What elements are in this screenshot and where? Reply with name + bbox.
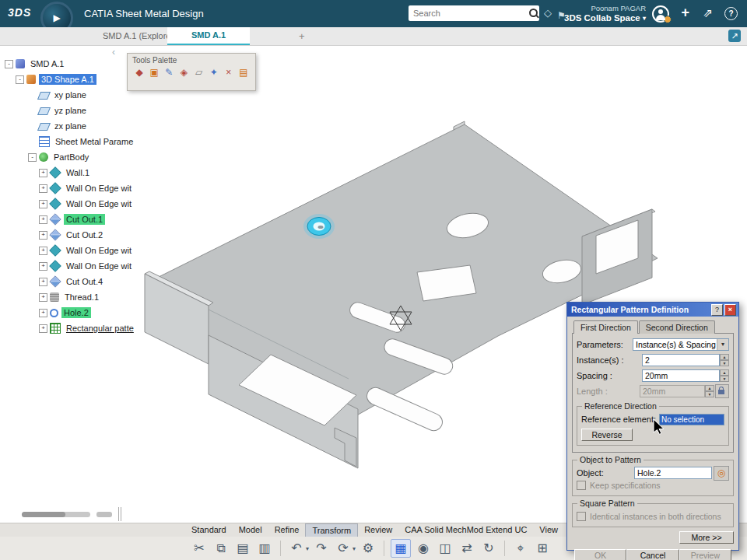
- ribbon-tab-model[interactable]: Model: [233, 523, 268, 537]
- more-button[interactable]: More >>: [679, 531, 734, 544]
- update-icon[interactable]: ⟳: [334, 539, 352, 558]
- tree-item-wall-on-edge-4[interactable]: + Wall On Edge wit: [0, 258, 126, 274]
- tree-item-zx-plane[interactable]: zx plane: [0, 118, 126, 134]
- tree-expander-icon[interactable]: +: [39, 262, 47, 271]
- tree-expander-icon[interactable]: +: [39, 231, 47, 240]
- settings-icon[interactable]: ⚙: [359, 539, 377, 558]
- ribbon-tab-standard[interactable]: Standard: [185, 523, 233, 537]
- dialog-close-button[interactable]: ×: [724, 304, 736, 316]
- tree-expander-icon[interactable]: +: [39, 184, 47, 193]
- tree-item-3d-shape[interactable]: - 3D Shape A.1: [0, 72, 126, 87]
- lock-button[interactable]: [715, 384, 729, 398]
- instances-input[interactable]: [642, 354, 720, 366]
- handle-dash[interactable]: [96, 512, 112, 517]
- object-picker-icon[interactable]: ◎: [714, 466, 729, 481]
- new-tab-button[interactable]: +: [299, 27, 305, 45]
- tree-item-cut-out-4[interactable]: + Cut Out.4: [0, 274, 126, 289]
- instances-stepper[interactable]: ▲ ▼: [720, 354, 729, 366]
- tree-item-wall-1[interactable]: + Wall.1: [0, 165, 126, 180]
- undo-dropdown-icon[interactable]: ▾: [306, 545, 309, 552]
- copy-icon[interactable]: ⧉: [212, 539, 230, 558]
- ribbon-tab-caa-solid[interactable]: CAA Solid MechMod Extend UC: [398, 523, 533, 537]
- design-graph-icon[interactable]: ⊞: [533, 539, 552, 558]
- ribbon-tab-transform[interactable]: Transform: [305, 523, 358, 537]
- rotate-icon[interactable]: ↻: [479, 539, 498, 558]
- global-search[interactable]: [409, 5, 539, 21]
- cancel-button[interactable]: Cancel: [626, 549, 679, 560]
- search-icon[interactable]: [528, 8, 539, 19]
- add-content-button[interactable]: +: [681, 5, 689, 21]
- dialog-help-button[interactable]: ?: [711, 304, 723, 316]
- tree-expander-icon[interactable]: -: [16, 75, 24, 84]
- palette-tool-icon-2[interactable]: ▣: [149, 67, 160, 79]
- palette-tool-icon-3[interactable]: ✎: [163, 67, 174, 79]
- tree-expander-icon[interactable]: -: [5, 60, 13, 68]
- tab-first-direction[interactable]: First Direction: [573, 320, 638, 334]
- tree-item-sheet-metal-parameters[interactable]: Sheet Metal Parame: [0, 134, 126, 149]
- tree-expander-icon[interactable]: +: [39, 324, 47, 333]
- search-input[interactable]: [409, 9, 528, 18]
- mirror-icon[interactable]: ◫: [436, 539, 454, 558]
- tree-expander-icon[interactable]: +: [39, 293, 47, 302]
- tree-item-cut-out-1[interactable]: + Cut Out.1: [0, 212, 126, 227]
- tree-expander-icon[interactable]: +: [39, 215, 47, 224]
- help-icon[interactable]: ?: [724, 7, 738, 20]
- tree-collapse-icon[interactable]: ‹: [112, 47, 115, 58]
- collab-space-selector[interactable]: 3DS Collab Space ▾: [564, 13, 646, 23]
- spacing-stepper[interactable]: ▲ ▼: [720, 369, 729, 382]
- palette-tool-icon-4[interactable]: ◈: [178, 67, 189, 79]
- tree-item-wall-on-edge-2[interactable]: + Wall On Edge wit: [0, 196, 126, 212]
- tab-second-direction[interactable]: Second Direction: [639, 320, 715, 334]
- update-dropdown-icon[interactable]: ▾: [352, 545, 356, 552]
- tree-item-wall-on-edge-1[interactable]: + Wall On Edge wit: [0, 180, 126, 196]
- palette-tool-icon-6[interactable]: ✦: [209, 67, 219, 79]
- reverse-button[interactable]: Reverse: [581, 429, 633, 441]
- spacing-input[interactable]: [642, 369, 720, 382]
- ribbon-tab-review[interactable]: Review: [358, 523, 398, 537]
- tree-expander-icon[interactable]: +: [39, 200, 47, 208]
- tree-item-hole-2[interactable]: + Hole.2: [0, 305, 126, 320]
- user-block[interactable]: Poonam PAGAR 3DS Collab Space ▾: [564, 3, 646, 23]
- tree-item-yz-plane[interactable]: yz plane: [0, 103, 126, 118]
- paste-icon[interactable]: ▤: [233, 539, 252, 558]
- palette-tool-icon-8[interactable]: ▤: [238, 67, 249, 79]
- palette-tool-icon-5[interactable]: ▱: [194, 67, 205, 79]
- spin-down-icon[interactable]: ▼: [720, 360, 729, 366]
- chevron-down-icon[interactable]: ▾: [717, 339, 728, 350]
- tree-item-cut-out-2[interactable]: + Cut Out.2: [0, 227, 126, 243]
- avatar[interactable]: [652, 5, 669, 23]
- spin-down-icon[interactable]: ▼: [720, 376, 729, 382]
- tree-expander-icon[interactable]: +: [39, 169, 47, 177]
- parameters-select[interactable]: Instance(s) & Spacing ▾: [633, 338, 729, 351]
- palette-tool-icon-1[interactable]: ◆: [134, 67, 145, 79]
- spin-up-icon[interactable]: ▲: [720, 354, 729, 360]
- tree-item-smd-a1[interactable]: - SMD A.1: [0, 56, 126, 72]
- ribbon-tab-view[interactable]: View: [533, 523, 564, 537]
- tree-expander-icon[interactable]: +: [39, 247, 47, 255]
- dialog-titlebar[interactable]: Rectangular Pattern Definition ? ×: [567, 303, 738, 317]
- preview-button[interactable]: Preview: [679, 549, 731, 560]
- tree-item-xy-plane[interactable]: xy plane: [0, 87, 126, 103]
- axis-system-icon[interactable]: ⌖: [511, 539, 530, 558]
- object-input[interactable]: [634, 467, 712, 479]
- tag-icon[interactable]: ◇: [544, 7, 552, 19]
- tree-item-rectangular-pattern[interactable]: + Rectangular patte: [0, 320, 126, 336]
- redo-icon[interactable]: ↷: [312, 539, 331, 558]
- paste-special-icon[interactable]: ▥: [255, 539, 274, 558]
- reference-element-field[interactable]: No selection: [659, 414, 724, 425]
- tree-expander-icon[interactable]: +: [39, 309, 47, 317]
- tree-expander-icon[interactable]: -: [28, 153, 37, 162]
- tree-expander-icon[interactable]: +: [39, 278, 47, 286]
- docked-toolbar-handle[interactable]: [22, 512, 112, 517]
- spin-up-icon[interactable]: ▲: [720, 369, 729, 376]
- tab-smd-explore[interactable]: SMD A.1 (Explore): [103, 27, 174, 45]
- tree-item-wall-on-edge-3[interactable]: + Wall On Edge wit: [0, 243, 126, 258]
- share-icon[interactable]: ⇗: [703, 6, 713, 20]
- cut-icon[interactable]: ✂: [190, 539, 209, 558]
- undo-icon[interactable]: ↶: [287, 539, 306, 558]
- palette-tool-icon-7[interactable]: ×: [223, 67, 234, 79]
- ok-button[interactable]: OK: [574, 549, 626, 560]
- tree-item-thread-1[interactable]: + Thread.1: [0, 289, 126, 305]
- translate-icon[interactable]: ⇄: [458, 539, 476, 558]
- tree-item-partbody[interactable]: - PartBody: [0, 149, 126, 165]
